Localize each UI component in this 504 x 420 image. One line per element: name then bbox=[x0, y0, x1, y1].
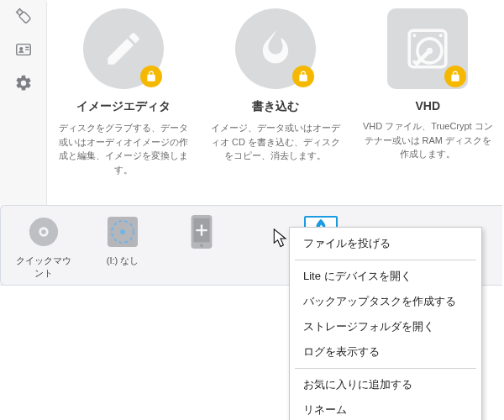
contact-card-icon[interactable] bbox=[14, 40, 33, 59]
svg-rect-1 bbox=[18, 12, 19, 13]
feature-image-editor[interactable]: イメージエディタ ディスクをグラブする、データ或いはオーディオイメージの作成と編… bbox=[52, 8, 195, 205]
hdd-square-icon bbox=[387, 8, 468, 89]
usb-icon[interactable] bbox=[14, 7, 33, 25]
feature-desc: ディスクをグラブする、データ或いはオーディオイメージの作成と編集、イメージを変換… bbox=[52, 121, 195, 176]
menu-add-favorite[interactable]: お気に入りに追加する bbox=[290, 372, 481, 397]
menu-separator bbox=[295, 260, 476, 260]
menu-throw-files[interactable]: ファイルを投げる bbox=[290, 231, 481, 256]
feature-title: VHD bbox=[416, 99, 441, 113]
context-menu: ファイルを投げる Lite にデバイスを開く バックアップタスクを作成する スト… bbox=[289, 227, 482, 420]
svg-rect-3 bbox=[18, 11, 30, 23]
lock-badge-icon bbox=[140, 66, 162, 87]
gear-icon[interactable] bbox=[14, 74, 33, 92]
svg-point-12 bbox=[439, 34, 443, 37]
svg-point-16 bbox=[41, 229, 46, 234]
lock-badge-icon bbox=[444, 66, 466, 87]
pencil-circle-icon bbox=[83, 8, 164, 89]
feature-vhd[interactable]: VHD VHD ファイル、TrueCrypt コンテナー或いは RAM ディスク… bbox=[356, 8, 499, 205]
quick-mount-label: クイックマウント bbox=[14, 255, 73, 280]
feature-title: 書き込む bbox=[252, 99, 299, 114]
menu-create-backup[interactable]: バックアップタスクを作成する bbox=[290, 289, 481, 314]
menu-open-lite[interactable]: Lite にデバイスを開く bbox=[290, 264, 481, 289]
quick-mount-button[interactable]: クイックマウント bbox=[14, 214, 73, 280]
menu-rename[interactable]: リネーム bbox=[290, 397, 481, 420]
disc-icon bbox=[26, 214, 61, 249]
features-row: イメージエディタ ディスクをグラブする、データ或いはオーディオイメージの作成と編… bbox=[47, 0, 504, 205]
feature-burn[interactable]: 書き込む イメージ、データ或いはオーディオ CD を書き込む、ディスクをコピー、… bbox=[204, 8, 347, 205]
feature-desc: VHD ファイル、TrueCrypt コンテナー或いは RAM ディスクを作成し… bbox=[356, 119, 499, 161]
feature-title: イメージエディタ bbox=[76, 99, 171, 114]
flame-circle-icon bbox=[235, 8, 316, 89]
lock-badge-icon bbox=[292, 66, 314, 87]
drive-i-button[interactable]: (I:) なし bbox=[93, 214, 152, 267]
menu-open-storage[interactable]: ストレージフォルダを開く bbox=[290, 314, 481, 339]
svg-rect-2 bbox=[19, 10, 21, 12]
svg-point-22 bbox=[200, 244, 203, 247]
svg-point-11 bbox=[413, 34, 417, 37]
menu-separator bbox=[295, 368, 476, 369]
phone-add-button[interactable] bbox=[172, 214, 231, 255]
feature-desc: イメージ、データ或いはオーディオ CD を書き込む、ディスクをコピー、消去します… bbox=[204, 121, 347, 163]
svg-point-5 bbox=[19, 47, 23, 50]
svg-rect-0 bbox=[16, 9, 23, 16]
menu-show-log[interactable]: ログを表示する bbox=[290, 339, 481, 365]
svg-point-19 bbox=[120, 229, 125, 234]
drive-i-label: (I:) なし bbox=[107, 255, 139, 267]
phone-plus-icon bbox=[184, 214, 219, 249]
drive-dashed-icon bbox=[105, 214, 140, 249]
